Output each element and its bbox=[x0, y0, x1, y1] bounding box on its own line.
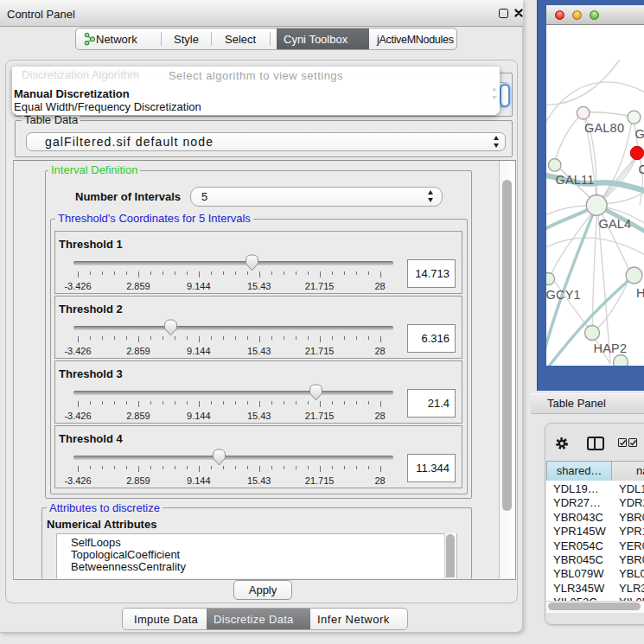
svg-text:C: C bbox=[639, 163, 644, 176]
svg-text:GAL11: GAL11 bbox=[556, 173, 595, 187]
svg-text:HAP2: HAP2 bbox=[594, 341, 628, 355]
svg-text:GAL4: GAL4 bbox=[599, 217, 632, 231]
svg-text:GAL80: GAL80 bbox=[584, 121, 624, 135]
svg-text:GA: GA bbox=[635, 127, 644, 141]
svg-text:H: H bbox=[636, 286, 644, 300]
svg-text:GCY1: GCY1 bbox=[546, 288, 581, 302]
